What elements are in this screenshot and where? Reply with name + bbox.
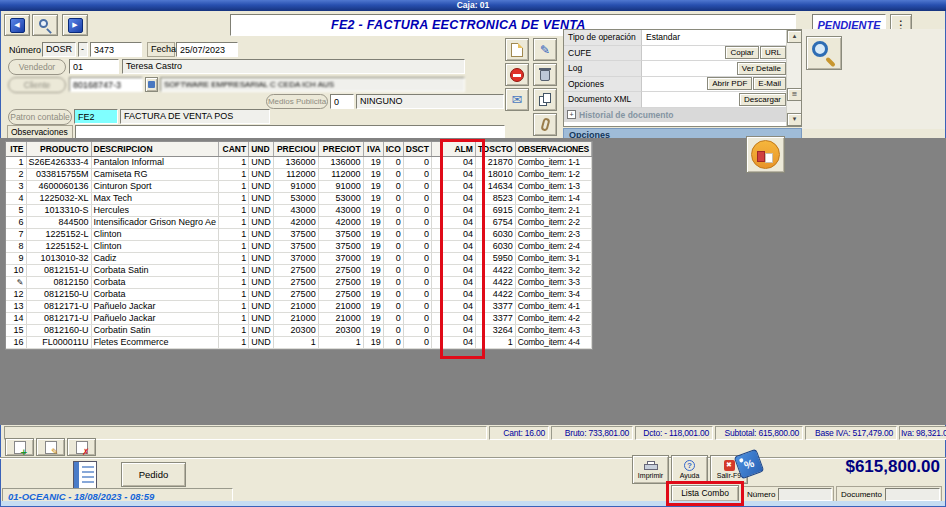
scroll-down-icon[interactable]: ▾ — [787, 113, 802, 126]
vendedor-code-input[interactable] — [69, 59, 119, 74]
col-header-tdscto[interactable]: TDSCTO — [475, 142, 515, 156]
col-header-iva[interactable]: IVA — [363, 142, 383, 156]
scroll-thumb[interactable]: ≡ — [787, 88, 802, 101]
table-row[interactable]: 120812150-UCorbata1UND275002750019000444… — [6, 288, 591, 300]
table-row[interactable]: ✎0812150Corbata1UND27500275001900044422C… — [6, 276, 591, 288]
numero-input[interactable] — [90, 42, 142, 57]
historial-row[interactable]: + Historial de documento — [564, 108, 787, 122]
col-header-dsct[interactable]: DSCT — [403, 142, 431, 156]
copy-button[interactable] — [533, 88, 557, 111]
search-record-button[interactable] — [32, 14, 58, 36]
grid-body: 1S26E426333-4Pantalon Informal1UND136000… — [6, 156, 591, 348]
paperclip-icon — [540, 117, 550, 131]
col-header-preciou[interactable]: PRECIOU — [273, 142, 318, 156]
fecha-label: Fecha — [147, 42, 175, 57]
cliente-button[interactable]: Cliente — [8, 77, 66, 93]
exit-icon: ✖ — [724, 460, 735, 471]
edit-button[interactable]: ✎ — [533, 38, 557, 61]
delete-button[interactable] — [533, 63, 557, 86]
table-row[interactable]: 51013310-SHercules1UND430004300019000469… — [6, 204, 591, 216]
prev-record-button[interactable]: ◀ — [4, 14, 30, 36]
envelope-icon: ✉ — [512, 93, 523, 106]
col-header-descripcion[interactable]: DESCRIPCION — [91, 142, 219, 156]
col-header-observaciones[interactable]: OBSERVACIONES — [515, 142, 591, 156]
col-header-alm[interactable]: ALM — [431, 142, 475, 156]
add-row-button[interactable]: + — [5, 438, 34, 456]
next-record-button[interactable]: ▶ — [62, 14, 88, 36]
col-header-ico[interactable]: ICO — [383, 142, 403, 156]
fecha-input[interactable] — [176, 42, 238, 57]
footer-documento-input[interactable] — [885, 488, 940, 501]
property-row[interactable]: Documento XMLDescargar — [564, 92, 787, 108]
property-row[interactable]: OpcionesAbrir PDFE-Mail — [564, 77, 787, 93]
numero-tipo-field[interactable]: DOSR — [42, 42, 76, 57]
table-row[interactable]: 150812160-UCorbatin Satin1UND20300203001… — [6, 324, 591, 336]
property-value: CopiarURL — [642, 46, 787, 62]
big-search-button[interactable] — [806, 36, 842, 70]
imprimir-label: Imprimir — [638, 472, 663, 479]
patron-contable-button[interactable]: Patron contable — [8, 109, 72, 125]
property-row[interactable]: Tipo de operaciónEstandar — [564, 30, 787, 46]
footer-numero-input[interactable] — [778, 488, 832, 501]
property-row[interactable]: LogVer Detalle — [564, 61, 787, 77]
total-dcto: Dcto: - 118,001.00 — [635, 426, 713, 440]
row-edit-indicator-icon: ✎ — [17, 278, 24, 287]
table-row[interactable]: 1S26E426333-4Pantalon Informal1UND136000… — [6, 156, 591, 168]
trash-icon — [540, 70, 550, 81]
medios-code-input[interactable] — [330, 94, 354, 109]
table-row[interactable]: 2033815755MCamiseta RG1UND11200011200019… — [6, 168, 591, 180]
table-row[interactable]: 140812171-UPañuelo Jackar1UND21000210001… — [6, 312, 591, 324]
table-row[interactable]: 34600060136Cinturon Sport1UND91000910001… — [6, 180, 591, 192]
prop-button-abrir-pdf[interactable]: Abrir PDF — [707, 77, 752, 90]
col-header-preciot[interactable]: PRECIOT — [318, 142, 363, 156]
patron-code-input[interactable] — [74, 109, 118, 124]
medios-publicitarios-button[interactable]: Medios Publicita — [266, 94, 328, 109]
prop-button-url[interactable]: URL — [760, 46, 786, 59]
property-label: Log — [564, 61, 642, 77]
total-base-iva: Base IVA: 517,479.00 — [805, 426, 897, 440]
pedido-button[interactable]: Pedido — [121, 462, 186, 487]
table-row[interactable]: 81225152-LClinton1UND3750037500190004603… — [6, 240, 591, 252]
col-header-ite[interactable]: ITE — [6, 142, 26, 156]
ayuda-label: Ayuda — [680, 472, 700, 479]
col-header-cant[interactable]: CANT — [219, 142, 249, 156]
order-doc-icon[interactable] — [73, 461, 97, 489]
prop-button-ver-detalle[interactable]: Ver Detalle — [737, 62, 786, 75]
table-row[interactable]: 6844500Intensificador Grison Negro Ae1UN… — [6, 216, 591, 228]
property-label: Tipo de operación — [564, 30, 642, 46]
historial-label: Historial de documento — [579, 110, 673, 120]
prop-button-e-mail[interactable]: E-Mail — [753, 77, 786, 90]
table-row[interactable]: 91013010-32Cadiz1UND37000370001900045950… — [6, 252, 591, 264]
edit-row-button[interactable]: ✎ — [36, 438, 65, 456]
lista-combo-button[interactable]: Lista Combo — [671, 485, 739, 502]
table-row[interactable]: 71225152-LClinton1UND3750037500190004603… — [6, 228, 591, 240]
col-header-und[interactable]: UND — [249, 142, 274, 156]
property-value: Ver Detalle — [642, 61, 787, 77]
delete-row-button[interactable]: ✗ — [67, 438, 96, 456]
total-subtotal: Subtotal: 615,800.00 — [715, 426, 803, 440]
combo-promo-button[interactable] — [746, 136, 785, 173]
new-document-button[interactable] — [505, 38, 529, 61]
property-scrollbar[interactable]: ▴ ≡ ▾ — [786, 30, 801, 126]
property-row[interactable]: CUFECopiarURL — [564, 46, 787, 62]
ayuda-button[interactable]: ? Ayuda — [671, 455, 708, 484]
vendedor-button[interactable]: Vendedor — [8, 59, 66, 75]
scroll-up-icon[interactable]: ▴ — [787, 30, 802, 43]
cliente-code-input[interactable] — [69, 77, 143, 92]
attach-button[interactable] — [533, 113, 557, 136]
prop-button-descargar[interactable]: Descargar — [739, 93, 786, 106]
table-row[interactable]: 16FL000011UFletes Ecommerce1UND111900041… — [6, 336, 591, 348]
expand-icon[interactable]: + — [567, 110, 576, 119]
void-document-button[interactable] — [505, 63, 529, 86]
prop-button-copiar[interactable]: Copiar — [725, 46, 759, 59]
total-iva: Iva: 98,321.00 — [899, 426, 946, 440]
cliente-lookup-button[interactable] — [145, 77, 158, 92]
col-header-producto[interactable]: PRODUCTO — [26, 142, 91, 156]
table-row[interactable]: 100812151-UCorbata Satin1UND275002750019… — [6, 264, 591, 276]
table-row[interactable]: 41225032-XLMax Tech1UND53000530001900048… — [6, 192, 591, 204]
email-button[interactable]: ✉ — [505, 88, 529, 111]
copy-icon — [539, 93, 551, 106]
vendedor-name-field: Teresa Castro — [122, 59, 465, 74]
imprimir-button[interactable]: Imprimir — [632, 455, 669, 484]
table-row[interactable]: 130812171-UPañuelo Jackar1UND21000210001… — [6, 300, 591, 312]
